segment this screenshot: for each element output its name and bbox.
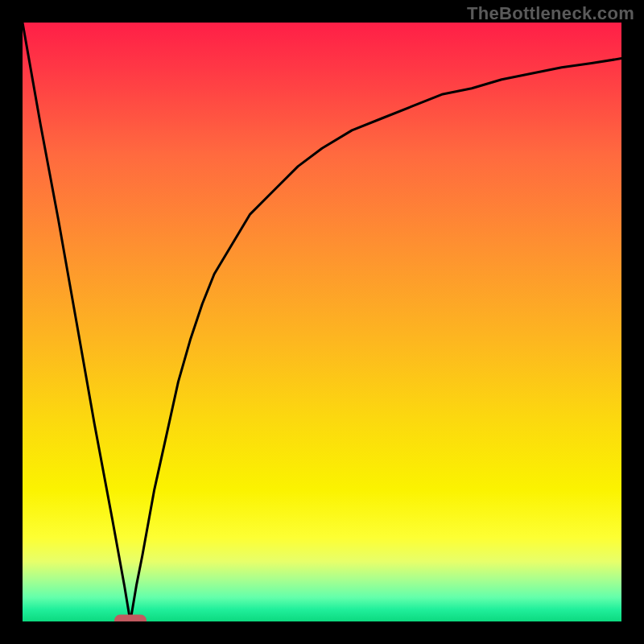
- plot-area: [23, 23, 621, 621]
- watermark-text: TheBottleneck.com: [467, 3, 634, 24]
- bottleneck-curve-path: [23, 23, 621, 621]
- optimum-marker: [114, 615, 147, 621]
- curve-layer: [23, 23, 621, 621]
- chart-frame: TheBottleneck.com: [0, 0, 644, 644]
